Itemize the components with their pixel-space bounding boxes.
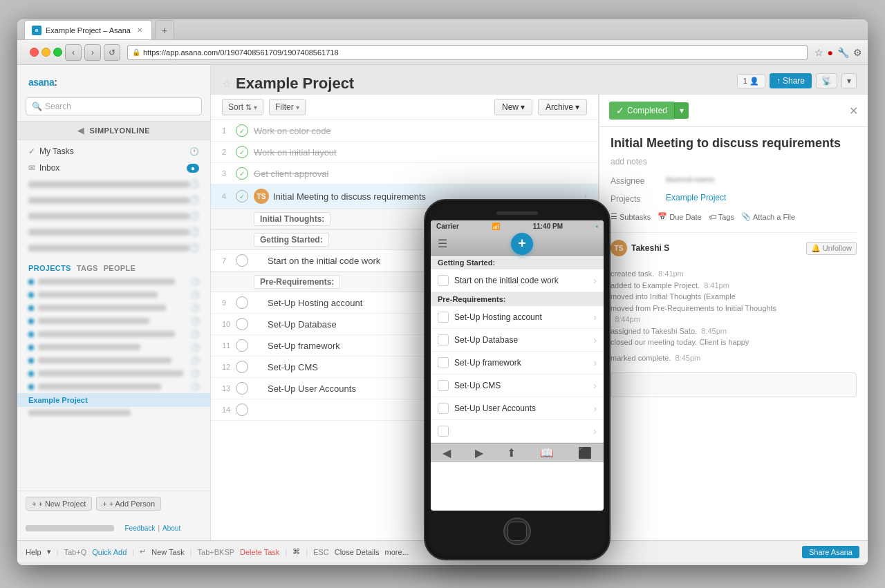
- projects-tab[interactable]: PROJECTS: [28, 264, 71, 272]
- close-details-button[interactable]: Close Details: [335, 548, 380, 556]
- close-traffic-light[interactable]: [30, 48, 39, 57]
- reload-button[interactable]: ↺: [104, 44, 120, 61]
- browser-tab[interactable]: a Example Project – Asana ✕: [24, 20, 152, 39]
- table-row[interactable]: 1 ✓ Work on color code: [211, 120, 598, 142]
- task-check-11[interactable]: [236, 339, 248, 352]
- archive-button[interactable]: Archive ▾: [538, 99, 587, 115]
- check-icon: ✓: [616, 105, 624, 116]
- minimize-traffic-light[interactable]: [41, 48, 50, 57]
- forward-button[interactable]: ›: [84, 44, 101, 61]
- unfollow-button[interactable]: 🔔 Unfollow: [806, 242, 857, 255]
- project-item-blurred-3: 🕐: [17, 301, 210, 314]
- rss-button[interactable]: 📡: [816, 73, 837, 88]
- subtasks-button[interactable]: ☰ Subtasks: [611, 211, 651, 222]
- project-item-example[interactable]: Example Project: [17, 393, 210, 407]
- list-item[interactable]: Start on the initial code work ›: [431, 269, 604, 292]
- table-row[interactable]: 2 ✓ Work on initial layout: [211, 142, 598, 163]
- new-task-bottom-button[interactable]: New Task: [151, 548, 184, 556]
- browser-menu-icon[interactable]: ●: [828, 47, 833, 58]
- tab-close-button[interactable]: ✕: [135, 26, 145, 35]
- task-check-10[interactable]: [236, 318, 248, 330]
- maximize-traffic-light[interactable]: [53, 48, 62, 57]
- assignee-value: blurred name: [666, 175, 857, 184]
- task-check-2[interactable]: ✓: [236, 146, 248, 158]
- search-box[interactable]: 🔍 Search: [26, 97, 202, 115]
- phone-tabs-btn[interactable]: ⬛: [578, 446, 592, 459]
- phone-check-framework[interactable]: [438, 357, 449, 368]
- completed-button[interactable]: ✓ Completed: [609, 102, 674, 120]
- completed-dropdown-button[interactable]: ▾: [674, 102, 689, 119]
- help-button[interactable]: Help: [26, 548, 41, 556]
- phone-check-accounts[interactable]: [438, 403, 449, 414]
- tags-tab[interactable]: TAGS: [77, 264, 98, 272]
- sidebar-item-my-tasks[interactable]: ✓ My Tasks 🕐: [17, 143, 210, 160]
- sidebar-toggle-icon[interactable]: ◀: [77, 126, 84, 135]
- people-tab[interactable]: PEOPLE: [104, 264, 136, 272]
- task-check-7[interactable]: [236, 254, 248, 267]
- project-item-blurred-9: 🕐: [17, 380, 210, 393]
- activity-item-3: moved into Initial Thoughts (Example: [611, 291, 857, 303]
- due-date-button[interactable]: 📅 Due Date: [658, 211, 701, 222]
- address-bar[interactable]: 🔒 https://app.asana.com/0/1907408561709/…: [127, 45, 808, 60]
- phone-back-btn[interactable]: ◀: [442, 446, 451, 459]
- panel-task-title[interactable]: Initial Meeting to discuss requirements: [611, 135, 857, 151]
- star-icon[interactable]: ☆: [814, 47, 823, 58]
- share-asana-button[interactable]: Share Asana: [802, 546, 859, 558]
- tags-button[interactable]: 🏷 Tags: [709, 211, 734, 222]
- projects-value[interactable]: Example Project: [666, 193, 857, 202]
- panel-actions: ☰ Subtasks 📅 Due Date 🏷 Tags: [611, 211, 857, 222]
- task-check-14[interactable]: [236, 404, 248, 416]
- hamburger-icon[interactable]: ☰: [438, 237, 447, 250]
- list-item[interactable]: Set-Up User Accounts ›: [431, 397, 604, 420]
- project-item-blurred-8: 🕐: [17, 367, 210, 380]
- quick-add-button[interactable]: Quick Add: [92, 548, 127, 556]
- phone-empty-chevron: ›: [593, 426, 597, 437]
- attach-button[interactable]: 📎 Attach a File: [741, 211, 795, 222]
- task-check-1[interactable]: ✓: [236, 124, 248, 137]
- phone-home-button[interactable]: [503, 518, 531, 545]
- list-item[interactable]: Set-Up Hosting account ›: [431, 306, 604, 329]
- new-tab-button[interactable]: +: [155, 20, 174, 39]
- comment-input-area[interactable]: [611, 372, 857, 397]
- task-check-4[interactable]: ✓: [236, 190, 248, 202]
- phone-check-cms[interactable]: [438, 380, 449, 391]
- unfollow-label: Unfollow: [823, 244, 852, 252]
- filter-button[interactable]: Filter ▾: [269, 99, 306, 115]
- list-item[interactable]: Set-Up Database ›: [431, 329, 604, 352]
- back-button[interactable]: ‹: [65, 44, 82, 61]
- task-text-1: Work on color code: [254, 126, 587, 136]
- sidebar-item-inbox[interactable]: ✉ Inbox ●: [17, 160, 210, 176]
- project-star-icon[interactable]: ☆: [222, 77, 232, 91]
- panel-close-button[interactable]: ✕: [849, 104, 858, 117]
- about-link[interactable]: About: [162, 524, 180, 532]
- phone-check-hosting[interactable]: [438, 312, 449, 323]
- delete-task-button[interactable]: Delete Task: [240, 548, 279, 556]
- task-check-12[interactable]: [236, 361, 248, 373]
- lock-icon: 🔒: [132, 48, 140, 56]
- phone-overlay: Carrier 📶 11:40 PM ▪ ☰ + Getting Started…: [424, 199, 611, 560]
- add-person-button[interactable]: + + Add Person: [96, 497, 161, 511]
- task-check-13[interactable]: [236, 382, 248, 395]
- more-options-button[interactable]: ▾: [841, 73, 857, 88]
- settings-icon[interactable]: ⚙: [853, 47, 862, 58]
- phone-check-db[interactable]: [438, 334, 449, 345]
- phone-forward-btn[interactable]: ▶: [475, 446, 483, 459]
- phone-add-container: +: [447, 233, 597, 255]
- new-task-toolbar-button[interactable]: New ▾: [494, 99, 532, 115]
- task-check-9[interactable]: [236, 296, 248, 309]
- phone-bookmarks-btn[interactable]: 📖: [540, 446, 554, 459]
- new-project-button[interactable]: + + New Project: [26, 497, 92, 511]
- list-item[interactable]: Set-Up CMS ›: [431, 374, 604, 397]
- panel-notes[interactable]: add notes: [611, 157, 857, 167]
- extension-icon[interactable]: 🔧: [837, 47, 849, 58]
- table-row[interactable]: 3 ✓ Get client approval: [211, 163, 598, 184]
- feedback-link[interactable]: Feedback: [125, 524, 156, 532]
- task-check-3[interactable]: ✓: [236, 167, 248, 180]
- share-button[interactable]: ↑ Share: [770, 73, 812, 88]
- phone-share-btn[interactable]: ⬆: [507, 446, 516, 459]
- sort-button[interactable]: Sort ⇅ ▾: [222, 99, 263, 115]
- more-link[interactable]: more...: [385, 548, 409, 556]
- list-item[interactable]: Set-Up framework ›: [431, 352, 604, 374]
- phone-check-1[interactable]: [438, 275, 449, 286]
- phone-add-button[interactable]: +: [511, 233, 533, 255]
